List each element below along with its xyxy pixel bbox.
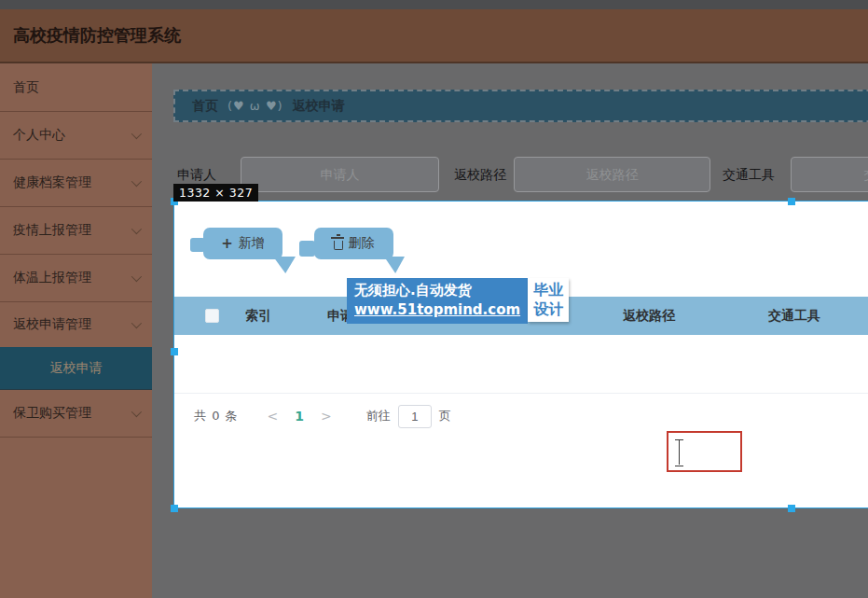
table-bottom-divider	[174, 393, 868, 394]
chevron-down-icon	[131, 318, 142, 328]
selection-handle-bottom-mid[interactable]	[788, 505, 795, 512]
chevron-down-icon	[131, 129, 142, 139]
breadcrumb-separator: (♥ ω ♥)	[227, 99, 283, 113]
chevron-down-icon	[131, 176, 142, 187]
column-header-index: 索引	[245, 297, 271, 335]
content-panel-selection: + 新增 删除 索引 申请人 返校路径 交通工具 共 0 条 < 1 > 前往 …	[173, 201, 868, 508]
sidebar-subitem-label: 返校申请	[50, 360, 103, 377]
breadcrumb-current: 返校申请	[293, 98, 345, 115]
pagination-goto-label: 前往	[366, 408, 391, 424]
watermark-overlay: 无须担心.自动发货 www.51topmind.com 毕业 设计	[347, 278, 569, 324]
selection-handle-top-mid[interactable]	[788, 198, 795, 205]
sidebar-item-label: 保卫购买管理	[13, 405, 91, 422]
delete-button-tail	[384, 257, 405, 273]
selection-handle-bottom-left[interactable]	[171, 505, 178, 512]
app-header: 高校疫情防控管理系统	[0, 9, 868, 63]
delete-button-tab	[299, 241, 315, 257]
transport-filter-input[interactable]	[791, 157, 868, 192]
sidebar-item-epidemic-report[interactable]: 疫情上报管理	[0, 207, 152, 255]
watermark-url: www.51topmind.com	[354, 300, 520, 320]
pagination: 共 0 条 < 1 > 前往 页	[194, 404, 451, 428]
delete-button[interactable]: 删除	[314, 228, 393, 259]
watermark-badge: 毕业 设计	[528, 278, 569, 322]
breadcrumb-home[interactable]: 首页	[192, 98, 218, 115]
watermark-badge-top: 毕业	[533, 280, 563, 299]
watermark-line1: 无须担心.自动发货	[354, 281, 520, 300]
sidebar-item-label: 体温上报管理	[13, 270, 91, 286]
sidebar-item-label: 健康档案管理	[13, 174, 91, 191]
sidebar-item-guard-purchase-mgmt[interactable]: 保卫购买管理	[0, 390, 152, 438]
app-title: 高校疫情防控管理系统	[13, 9, 181, 62]
watermark-badge-bottom: 设计	[533, 299, 563, 319]
sidebar-item-home[interactable]: 首页	[0, 63, 152, 112]
sidebar: 首页 个人中心 健康档案管理 疫情上报管理 体温上报管理 返校申请管理 返校申请…	[0, 63, 152, 598]
plus-icon: +	[221, 235, 233, 252]
chevron-down-icon	[131, 224, 142, 234]
sidebar-item-temperature-report[interactable]: 体温上报管理	[0, 255, 152, 302]
pagination-total: 共 0 条	[194, 408, 239, 424]
sidebar-item-label: 返校申请管理	[13, 316, 91, 333]
column-header-route: 返校路径	[623, 297, 675, 335]
sidebar-item-personal-center[interactable]: 个人中心	[0, 112, 152, 160]
sidebar-item-label: 首页	[13, 79, 39, 96]
watermark-text-block: 无须担心.自动发货 www.51topmind.com	[347, 278, 528, 324]
sidebar-item-return-application-mgmt[interactable]: 返校申请管理	[0, 302, 152, 347]
red-annotation-box[interactable]	[667, 431, 742, 472]
screen: 高校疫情防控管理系统 首页 个人中心 健康档案管理 疫情上报管理 体温上报管理 …	[0, 0, 868, 598]
trash-icon	[334, 241, 343, 250]
breadcrumb: 首页 (♥ ω ♥) 返校申请	[173, 90, 868, 122]
add-button-label: 新增	[239, 235, 265, 252]
text-cursor-icon	[675, 439, 683, 466]
pagination-goto-input[interactable]	[398, 405, 432, 428]
chevron-down-icon	[131, 271, 142, 282]
column-header-transport: 交通工具	[768, 297, 820, 335]
sidebar-subitem-return-application[interactable]: 返校申请	[0, 347, 152, 390]
route-filter-input[interactable]	[514, 157, 710, 192]
top-strip	[0, 0, 868, 9]
pagination-prev-button[interactable]: <	[259, 409, 287, 424]
select-all-checkbox[interactable]	[205, 309, 219, 323]
applicant-filter-input[interactable]	[241, 157, 439, 192]
pagination-next-button[interactable]: >	[312, 409, 340, 424]
add-button[interactable]: + 新增	[203, 228, 282, 259]
pagination-page-1[interactable]: 1	[286, 409, 312, 424]
chevron-down-icon	[131, 407, 142, 417]
sidebar-item-label: 个人中心	[13, 127, 65, 144]
sidebar-item-label: 疫情上报管理	[13, 222, 91, 239]
transport-filter-label: 交通工具	[723, 157, 775, 192]
delete-button-label: 删除	[349, 235, 375, 252]
route-filter-label: 返校路径	[454, 157, 506, 192]
selection-handle-mid-left[interactable]	[171, 348, 178, 355]
pagination-page-suffix: 页	[439, 408, 451, 424]
selection-size-badge: 1332 × 327	[173, 184, 258, 202]
sidebar-item-health-records[interactable]: 健康档案管理	[0, 160, 152, 207]
add-button-tail	[273, 257, 296, 273]
